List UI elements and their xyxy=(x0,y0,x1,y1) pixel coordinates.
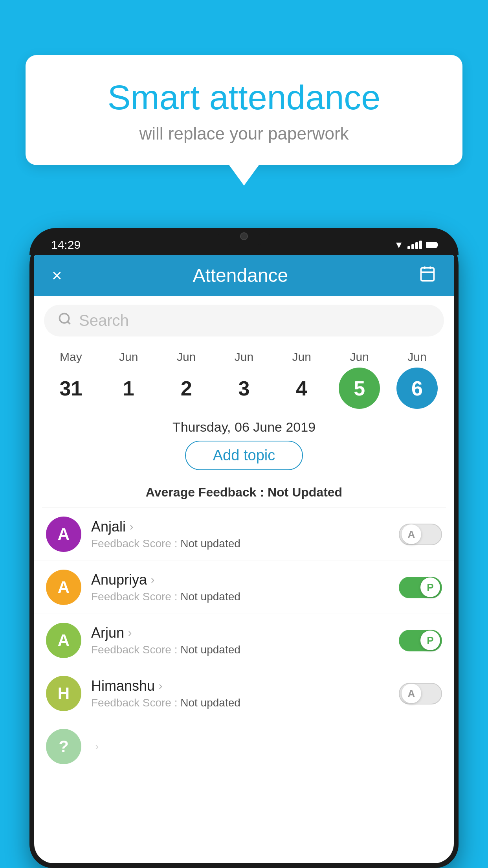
student-item-anupriya: A Anupriya › Feedback Score : Not update… xyxy=(34,561,454,614)
signal-icon xyxy=(407,241,422,249)
student-item-partial: ? › xyxy=(34,720,454,773)
calendar-button[interactable] xyxy=(419,265,436,286)
student-name-partial[interactable]: › xyxy=(91,740,442,753)
camera xyxy=(240,232,248,240)
speech-bubble: Smart attendance will replace your paper… xyxy=(26,55,462,165)
avatar-arjun: A xyxy=(46,623,81,658)
student-info-partial: › xyxy=(91,740,442,753)
cal-day-6[interactable]: Jun 6 xyxy=(393,350,440,409)
student-info-anupriya: Anupriya › Feedback Score : Not updated xyxy=(91,572,389,603)
chevron-icon: › xyxy=(95,740,99,753)
speech-title: Smart attendance xyxy=(57,79,431,117)
battery-icon xyxy=(426,242,437,248)
chevron-icon: › xyxy=(159,680,162,692)
feedback-info: Average Feedback : Not Updated xyxy=(34,485,454,500)
status-time: 14:29 xyxy=(51,238,81,252)
chevron-icon: › xyxy=(151,574,154,586)
phone-screen: × Attendance Search May 31 Jun 1 xyxy=(34,255,454,863)
chevron-icon: › xyxy=(130,520,133,533)
student-list: A Anjali › Feedback Score : Not updated … xyxy=(34,508,454,773)
toggle-himanshu[interactable]: A xyxy=(399,683,442,704)
search-icon xyxy=(58,312,72,329)
svg-point-4 xyxy=(60,314,69,323)
cal-day-0[interactable]: May 31 xyxy=(47,350,94,409)
student-name-anupriya[interactable]: Anupriya › xyxy=(91,572,389,588)
svg-rect-0 xyxy=(421,268,434,281)
student-feedback-anjali: Feedback Score : Not updated xyxy=(91,537,389,550)
student-info-arjun: Arjun › Feedback Score : Not updated xyxy=(91,625,389,656)
feedback-value: Not Updated xyxy=(268,485,342,499)
cal-day-4[interactable]: Jun 4 xyxy=(278,350,325,409)
chevron-icon: › xyxy=(128,627,132,639)
search-input[interactable]: Search xyxy=(79,312,129,329)
search-bar[interactable]: Search xyxy=(44,305,444,337)
avatar-himanshu: H xyxy=(46,676,81,711)
avatar-anupriya: A xyxy=(46,570,81,605)
status-icons: ▼ xyxy=(394,239,437,250)
student-name-anjali[interactable]: Anjali › xyxy=(91,519,389,535)
toggle-arjun[interactable]: P xyxy=(399,630,442,651)
avatar-anjali: A xyxy=(46,517,81,552)
student-name-arjun[interactable]: Arjun › xyxy=(91,625,389,641)
student-name-himanshu[interactable]: Himanshu › xyxy=(91,678,389,694)
speech-subtitle: will replace your paperwork xyxy=(57,124,431,143)
cal-day-5[interactable]: Jun 5 xyxy=(336,350,383,409)
student-info-anjali: Anjali › Feedback Score : Not updated xyxy=(91,519,389,550)
app-header: × Attendance xyxy=(34,255,454,296)
cal-day-3[interactable]: Jun 3 xyxy=(220,350,268,409)
student-info-himanshu: Himanshu › Feedback Score : Not updated xyxy=(91,678,389,709)
cal-day-1[interactable]: Jun 1 xyxy=(105,350,152,409)
student-item-himanshu: H Himanshu › Feedback Score : Not update… xyxy=(34,667,454,720)
phone-notch xyxy=(218,228,270,245)
student-item-arjun: A Arjun › Feedback Score : Not updated P xyxy=(34,614,454,667)
phone-frame: 14:29 ▼ × Attend xyxy=(29,228,459,868)
add-topic-button[interactable]: Add topic xyxy=(185,441,303,470)
calendar-strip: May 31 Jun 1 Jun 2 Jun 3 Jun 4 Jun 5 xyxy=(34,342,454,411)
close-button[interactable]: × xyxy=(52,266,62,285)
date-label: Thursday, 06 June 2019 xyxy=(34,419,454,435)
student-feedback-arjun: Feedback Score : Not updated xyxy=(91,644,389,656)
header-title: Attendance xyxy=(193,265,288,286)
avatar-partial: ? xyxy=(46,729,81,764)
wifi-icon: ▼ xyxy=(394,239,404,250)
cal-day-2[interactable]: Jun 2 xyxy=(163,350,210,409)
student-feedback-anupriya: Feedback Score : Not updated xyxy=(91,590,389,603)
status-bar: 14:29 ▼ xyxy=(29,228,459,255)
svg-line-5 xyxy=(68,322,70,324)
student-feedback-himanshu: Feedback Score : Not updated xyxy=(91,697,389,709)
feedback-label: Average Feedback : xyxy=(146,485,264,499)
toggle-anjali[interactable]: A xyxy=(399,524,442,545)
student-item-anjali: A Anjali › Feedback Score : Not updated … xyxy=(34,508,454,561)
toggle-anupriya[interactable]: P xyxy=(399,577,442,598)
